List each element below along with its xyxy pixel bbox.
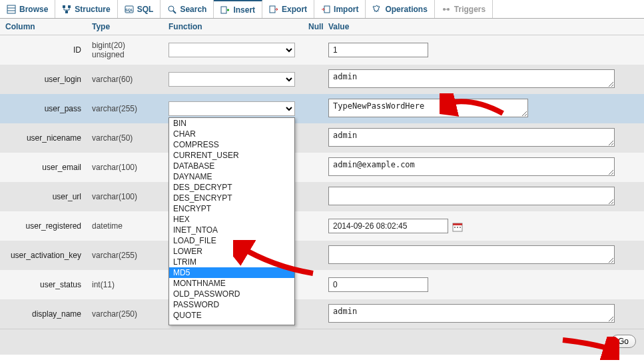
column-name: ID [0, 41, 87, 59]
column-name: user_url [0, 188, 87, 205]
dropdown-option[interactable]: HEX [169, 214, 294, 225]
value-input[interactable] [328, 277, 428, 292]
column-name: user_pass [0, 100, 87, 117]
column-name: user_status [0, 276, 87, 293]
function-cell: BINCHARCOMPRESSCURRENT_USERDATABASEDAYNA… [163, 97, 303, 120]
dropdown-option[interactable]: INET_NTOA [169, 225, 294, 235]
dropdown-option[interactable]: PASSWORD [169, 299, 294, 310]
column-type: datetime [87, 217, 163, 235]
value-cell [323, 241, 644, 270]
value-input[interactable] [328, 219, 448, 233]
svg-point-8 [168, 6, 174, 11]
column-name: user_registered [0, 217, 87, 235]
dropdown-option[interactable]: DES_DECRYPT [169, 182, 294, 193]
svg-rect-18 [454, 227, 456, 228]
svg-rect-4 [68, 5, 71, 8]
column-headers: Column Type Function Null Value [0, 19, 644, 35]
function-cell [163, 39, 303, 61]
go-button[interactable]: Go [611, 335, 636, 348]
value-input[interactable]: admin [328, 304, 615, 323]
svg-rect-11 [270, 6, 275, 13]
row-user_status: user_statusint(11) [0, 270, 644, 299]
structure-icon [62, 5, 71, 14]
tab-browse[interactable]: Browse [0, 0, 55, 18]
tab-label: Search [180, 5, 206, 14]
dropdown-option[interactable]: CHAR [169, 129, 294, 139]
value-cell [323, 273, 644, 296]
svg-rect-3 [63, 5, 65, 8]
value-input[interactable] [328, 187, 615, 205]
tab-import[interactable]: Import [314, 0, 366, 18]
svg-line-9 [173, 11, 176, 13]
row-user_pass: user_passvarchar(255)BINCHARCOMPRESSCURR… [0, 94, 644, 123]
row-ID: IDbigint(20) unsigned [0, 35, 644, 65]
calendar-icon[interactable] [452, 221, 463, 232]
dropdown-option[interactable]: LOAD_FILE [169, 235, 294, 246]
tab-operations[interactable]: Operations [366, 0, 434, 18]
dropdown-option[interactable]: BIN [169, 118, 294, 129]
value-input[interactable] [328, 43, 428, 57]
tab-label: Browse [19, 5, 48, 14]
dropdown-option[interactable]: LOWER [169, 246, 294, 257]
dropdown-option[interactable]: CURRENT_USER [169, 150, 294, 161]
dropdown-option[interactable]: COMPRESS [169, 139, 294, 150]
tab-sql[interactable]: SQLSQL [118, 0, 161, 18]
null-cell [303, 105, 323, 113]
insert-icon [220, 5, 230, 15]
function-select[interactable] [168, 101, 295, 116]
tab-structure[interactable]: Structure [55, 0, 117, 18]
value-cell [323, 215, 644, 237]
function-select[interactable] [168, 72, 295, 87]
value-input[interactable]: TypeNewPassWordHere [328, 99, 528, 117]
tab-triggers: Triggers [435, 0, 493, 18]
column-name: user_nicename [0, 129, 87, 147]
dropdown-option[interactable]: MD5 [169, 267, 294, 278]
column-type: bigint(20) unsigned [87, 37, 163, 63]
dropdown-option[interactable]: QUOTE [169, 310, 294, 321]
dropdown-option[interactable]: DES_ENCRYPT [169, 193, 294, 203]
dropdown-option[interactable]: LTRIM [169, 257, 294, 267]
dropdown-option[interactable]: DATABASE [169, 161, 294, 171]
svg-rect-5 [65, 11, 68, 13]
dropdown-option[interactable]: MONTHNAME [169, 278, 294, 289]
operations-icon [372, 5, 382, 14]
svg-text:SQL: SQL [125, 8, 134, 12]
value-cell: admin@example.com [323, 153, 644, 182]
search-icon [167, 5, 176, 14]
tab-label: Import [334, 5, 358, 14]
dropdown-option[interactable]: ENCRYPT [169, 203, 294, 214]
tab-bar: BrowseStructureSQLSQLSearchInsertExportI… [0, 0, 644, 19]
value-input[interactable]: admin@example.com [328, 157, 615, 176]
column-name: display_name [0, 305, 87, 323]
function-dropdown-list[interactable]: BINCHARCOMPRESSCURRENT_USERDATABASEDAYNA… [168, 117, 295, 325]
value-cell: TypeNewPassWordHere [323, 95, 644, 123]
dropdown-option[interactable]: DAYNAME [169, 171, 294, 182]
tab-label: SQL [137, 5, 154, 14]
value-input[interactable]: admin [328, 128, 615, 147]
tab-insert[interactable]: Insert [214, 0, 262, 18]
row-user_activation_key: user_activation_keyvarchar(255) [0, 241, 644, 270]
svg-rect-19 [457, 227, 458, 228]
svg-point-14 [447, 8, 450, 11]
header-function: Function [163, 19, 303, 35]
column-type: varchar(60) [87, 71, 163, 88]
dropdown-option[interactable]: OLD_PASSWORD [169, 289, 294, 299]
null-cell [303, 46, 323, 54]
function-select[interactable] [168, 43, 295, 57]
function-cell [163, 68, 303, 91]
export-icon [269, 5, 278, 14]
null-cell [303, 251, 323, 259]
value-input[interactable]: admin [328, 69, 615, 88]
row-user_nicename: user_nicenamevarchar(50)admin [0, 123, 644, 153]
tab-search[interactable]: Search [161, 0, 214, 18]
svg-rect-20 [460, 227, 461, 228]
triggers-icon [442, 5, 451, 14]
row-user_email: user_emailvarchar(100)admin@example.com [0, 153, 644, 182]
tab-export[interactable]: Export [262, 0, 314, 18]
column-type: varchar(250) [87, 305, 163, 323]
header-null: Null [303, 19, 323, 35]
footer: Go [0, 329, 644, 355]
table-icon [7, 5, 16, 14]
null-cell [303, 222, 323, 230]
value-input[interactable] [328, 245, 615, 264]
